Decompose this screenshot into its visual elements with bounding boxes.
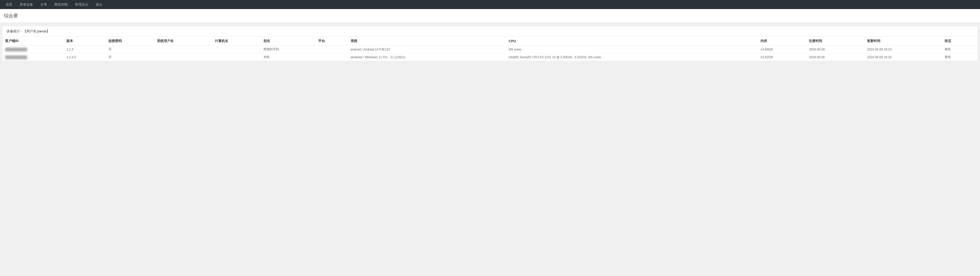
cell-memory: 23.92GB — [758, 53, 806, 61]
cell-platform — [316, 46, 348, 53]
table-row: ██████████ 1.2.3 否 熊猫的手机 android / Andro… — [3, 46, 977, 53]
cell-alias: 熊猫的手机 — [261, 46, 316, 53]
cell-computer-name — [212, 53, 261, 61]
cell-sys-user — [154, 53, 213, 61]
cell-status: 离线 — [942, 53, 977, 61]
cell-client-id: ██████████ — [3, 46, 64, 53]
nav-home[interactable]: 首页 — [2, 0, 16, 9]
cell-system: android / Android 14 PJE110 — [348, 46, 506, 53]
page-header: 综合屏 — [0, 9, 980, 23]
device-stats-panel: 设备统计 - 【用户名:panda】 客户端ID 版本 — [3, 26, 977, 61]
content-wrap: 设备统计 - 【用户名:panda】 客户端ID 版本 — [0, 23, 980, 64]
th-reg-time: 注册时间 — [806, 37, 864, 46]
table-row: ██████████ 1.2.3-2 否 本机 windows / Window… — [3, 53, 977, 61]
nav-admin[interactable]: 管理后台 — [72, 0, 92, 9]
th-version: 版本 — [64, 37, 106, 46]
th-update-time: 更新时间 — [864, 37, 942, 46]
cell-platform — [316, 53, 348, 61]
nav-web-control[interactable]: 网页控制 — [51, 0, 72, 9]
cell-conn-password: 否 — [106, 53, 154, 61]
th-memory: 内存 — [758, 37, 806, 46]
cell-memory: 14.83GB — [758, 46, 806, 53]
th-status: 状态 — [942, 37, 977, 46]
cell-conn-password: 否 — [106, 46, 154, 53]
th-cpu: CPU — [506, 37, 758, 46]
cell-update-time: 2024-05-06 19:13 — [864, 46, 942, 53]
cell-update-time: 2024-05-06 19:16 — [864, 53, 942, 61]
cell-version: 1.2.3 — [64, 46, 106, 53]
th-sys-user: 系统用户名 — [154, 37, 213, 46]
cell-sys-user — [154, 46, 213, 53]
th-conn-password: 连接密码 — [106, 37, 154, 46]
cell-cpu: 8/8 cores — [506, 46, 758, 53]
th-platform: 平台 — [316, 37, 348, 46]
cell-cpu: Intel(R) Xeon(R) CPU E3-1231 v3 @ 3.40GH… — [506, 53, 758, 61]
cell-system: windows / Windows 11 Pro - 11 (22621) — [348, 53, 506, 61]
cell-client-id: ██████████ — [3, 53, 64, 61]
page-title: 综合屏 — [4, 13, 976, 19]
th-computer-name: 计算机名 — [212, 37, 261, 46]
panel-title: 设备统计 - 【用户名:panda】 — [3, 26, 977, 36]
nav-all-devices[interactable]: 所有设备 — [16, 0, 37, 9]
nav-logout[interactable]: 退出 — [92, 0, 106, 9]
device-table: 客户端ID 版本 连接密码 系统用户名 计算机名 别名 平台 系统 CPU 内存… — [3, 36, 977, 61]
cell-reg-time: 2024-05-06 — [806, 53, 864, 61]
th-client-id: 客户端ID — [3, 37, 64, 46]
table-header-row: 客户端ID 版本 连接密码 系统用户名 计算机名 别名 平台 系统 CPU 内存… — [3, 37, 977, 46]
cell-status: 离线 — [942, 46, 977, 53]
cell-version: 1.2.3-2 — [64, 53, 106, 61]
cell-reg-time: 2024-05-06 — [806, 46, 864, 53]
th-system: 系统 — [348, 37, 506, 46]
cell-alias: 本机 — [261, 53, 316, 61]
top-navbar: 首页 所有设备 分享 网页控制 管理后台 退出 — [0, 0, 980, 9]
cell-computer-name — [212, 46, 261, 53]
nav-share[interactable]: 分享 — [37, 0, 51, 9]
th-alias: 别名 — [261, 37, 316, 46]
